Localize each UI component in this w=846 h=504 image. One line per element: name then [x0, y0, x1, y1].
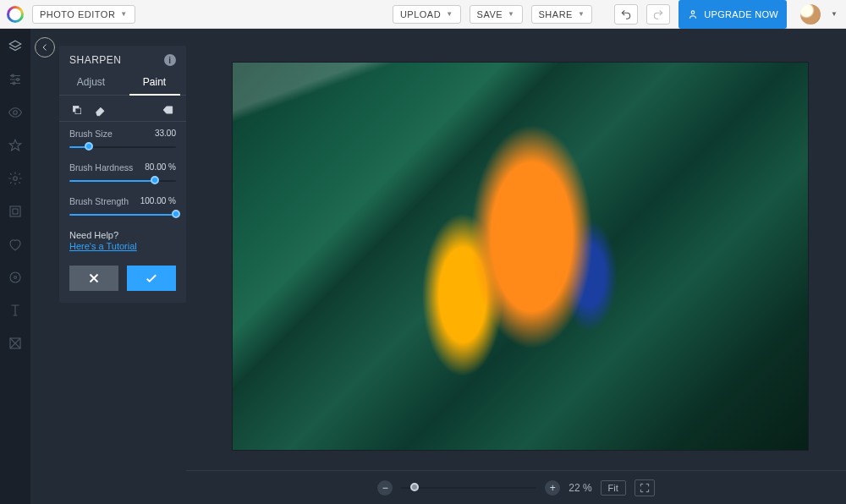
svg-point-5 — [14, 177, 18, 181]
zoom-in-button[interactable]: + — [545, 480, 560, 496]
svg-rect-12 — [75, 108, 81, 114]
slider-thumb[interactable] — [172, 210, 180, 218]
zoom-slider[interactable] — [401, 482, 536, 494]
zoom-value: 22 % — [569, 482, 591, 494]
eraser-tool-icon[interactable] — [93, 102, 108, 118]
upgrade-button[interactable]: UPGRADE NOW — [678, 0, 787, 29]
save-button[interactable]: SAVE▼ — [470, 5, 523, 24]
rail-eye-icon[interactable] — [8, 105, 23, 123]
rail-heart-icon[interactable] — [8, 237, 23, 255]
rail-frame-icon[interactable] — [8, 204, 23, 222]
brush-size-slider: Brush Size33.00 — [59, 122, 186, 156]
help-block: Need Help? Here's a Tutorial — [59, 223, 186, 260]
panel-tabs: Adjust Paint — [59, 71, 186, 96]
rail-text-icon[interactable] — [8, 303, 23, 320]
tab-adjust[interactable]: Adjust — [59, 71, 123, 95]
svg-point-0 — [692, 10, 695, 13]
left-tool-rail — [0, 29, 30, 504]
caret-down-icon: ▼ — [831, 10, 839, 18]
app-mode-label: PHOTO EDITOR — [40, 9, 115, 19]
caret-down-icon: ▼ — [578, 10, 585, 18]
user-avatar[interactable] — [800, 4, 821, 25]
svg-rect-7 — [13, 209, 18, 214]
caret-down-icon: ▼ — [120, 10, 127, 18]
tutorial-link[interactable]: Here's a Tutorial — [69, 241, 137, 251]
caret-down-icon: ▼ — [508, 10, 514, 18]
upload-button[interactable]: UPLOAD▼ — [393, 5, 461, 24]
redo-button[interactable] — [646, 4, 670, 25]
slider-thumb[interactable] — [85, 142, 93, 151]
zoom-out-button[interactable]: − — [377, 480, 393, 496]
rail-layers-icon[interactable] — [8, 39, 23, 57]
rail-texture-icon[interactable] — [8, 336, 23, 353]
svg-rect-6 — [10, 206, 20, 216]
panel-sub-column — [30, 29, 59, 504]
svg-point-9 — [14, 277, 17, 279]
brush-strength-slider: Brush Strength100.00 % — [59, 189, 186, 223]
apply-button[interactable] — [127, 266, 176, 291]
app-mode-dropdown[interactable]: PHOTO EDITOR ▼ — [32, 5, 135, 24]
rail-settings-icon[interactable] — [8, 270, 23, 288]
brush-tool-icon[interactable] — [69, 102, 85, 118]
rail-gear-icon[interactable] — [8, 171, 23, 189]
fit-button[interactable]: Fit — [601, 480, 626, 496]
fullscreen-button[interactable] — [634, 479, 655, 496]
canvas-image[interactable] — [233, 63, 808, 450]
rail-star-icon[interactable] — [8, 138, 23, 156]
canvas-area: − + 22 % Fit — [186, 29, 846, 504]
caret-down-icon: ▼ — [446, 10, 453, 18]
zoom-toolbar: − + 22 % Fit — [186, 470, 846, 504]
sharpen-panel: SHARPEN i Adjust Paint Brush Size33.00 — [59, 46, 186, 303]
brush-hardness-slider: Brush Hardness80.00 % — [59, 156, 186, 189]
info-icon[interactable]: i — [164, 54, 176, 66]
svg-point-4 — [14, 111, 18, 115]
back-button[interactable] — [35, 37, 55, 58]
share-button[interactable]: SHARE▼ — [531, 5, 593, 24]
slider-thumb[interactable] — [151, 176, 159, 184]
rail-sliders-icon[interactable] — [8, 72, 23, 90]
tab-paint[interactable]: Paint — [123, 71, 186, 95]
cancel-button[interactable] — [69, 266, 118, 291]
clear-mask-icon[interactable] — [161, 102, 176, 118]
upgrade-icon — [687, 8, 699, 20]
app-logo[interactable] — [7, 6, 24, 23]
panel-title: SHARPEN — [69, 54, 122, 66]
svg-point-8 — [10, 272, 20, 282]
top-toolbar: PHOTO EDITOR ▼ UPLOAD▼ SAVE▼ SHARE▼ UPGR… — [0, 0, 846, 29]
slider-thumb[interactable] — [410, 483, 419, 491]
undo-button[interactable] — [614, 4, 638, 25]
